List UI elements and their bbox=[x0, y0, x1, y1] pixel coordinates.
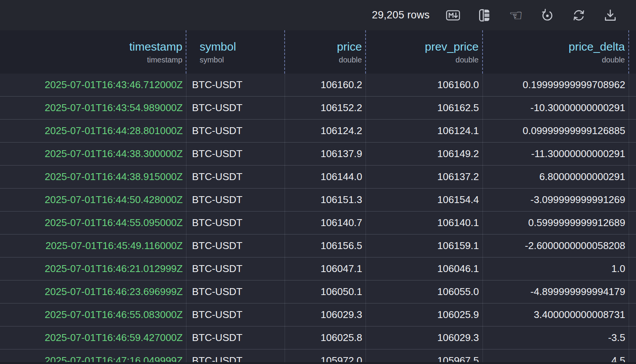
table-row: 2025-07-01T16:46:21.012999Z BTC-USDT 106… bbox=[0, 257, 636, 280]
column-type: double bbox=[288, 55, 362, 64]
row-filler bbox=[629, 166, 636, 188]
cell-timestamp[interactable]: 2025-07-01T16:43:54.989000Z bbox=[0, 97, 186, 119]
cell-prev_price[interactable]: 106124.1 bbox=[366, 120, 483, 142]
cell-prev_price[interactable]: 106162.5 bbox=[366, 97, 483, 119]
markdown-copy-button[interactable] bbox=[445, 7, 461, 23]
cell-prev_price[interactable]: 106137.2 bbox=[366, 166, 483, 188]
cell-price_delta[interactable]: 0.19999999999708962 bbox=[483, 74, 629, 96]
cell-timestamp[interactable]: 2025-07-01T16:44:28.801000Z bbox=[0, 120, 186, 142]
cell-timestamp[interactable]: 2025-07-01T16:46:21.012999Z bbox=[0, 257, 186, 280]
cell-price_delta[interactable]: -3.099999999991269 bbox=[483, 189, 629, 211]
cell-symbol[interactable]: BTC-USDT bbox=[186, 189, 285, 211]
row-filler bbox=[629, 349, 636, 362]
table-row: 2025-07-01T16:46:59.427000Z BTC-USDT 106… bbox=[0, 326, 636, 349]
cell-symbol[interactable]: BTC-USDT bbox=[186, 234, 285, 257]
cell-price_delta[interactable]: 0.09999999999126885 bbox=[483, 120, 629, 142]
cell-timestamp[interactable]: 2025-07-01T16:46:59.427000Z bbox=[0, 326, 186, 349]
column-name: price bbox=[288, 40, 362, 54]
reset-view-button[interactable] bbox=[539, 7, 555, 23]
cell-price[interactable]: 106160.2 bbox=[285, 74, 366, 96]
cell-symbol[interactable]: BTC-USDT bbox=[186, 166, 285, 188]
freeze-columns-button[interactable] bbox=[476, 7, 493, 23]
cell-prev_price[interactable]: 106140.1 bbox=[366, 212, 483, 234]
table-row: 2025-07-01T16:43:46.712000Z BTC-USDT 106… bbox=[0, 74, 636, 97]
cell-prev_price[interactable]: 106154.4 bbox=[366, 189, 483, 211]
column-name: prev_price bbox=[369, 40, 478, 54]
column-header-symbol[interactable]: symbol symbol bbox=[186, 30, 285, 74]
cell-symbol[interactable]: BTC-USDT bbox=[186, 326, 285, 349]
cell-prev_price[interactable]: 105967.5 bbox=[366, 349, 483, 362]
pointing-hand-icon: ☜ bbox=[509, 7, 523, 23]
cell-price_delta[interactable]: 3.400000000008731 bbox=[483, 303, 629, 326]
cell-price[interactable]: 106140.7 bbox=[285, 212, 366, 234]
table-row: 2025-07-01T16:43:54.989000Z BTC-USDT 106… bbox=[0, 97, 636, 120]
cell-price[interactable]: 105972.0 bbox=[285, 349, 366, 362]
cell-price_delta[interactable]: 0.5999999999912689 bbox=[483, 212, 629, 234]
cell-price[interactable]: 106137.9 bbox=[285, 143, 366, 165]
cell-symbol[interactable]: BTC-USDT bbox=[186, 143, 285, 165]
cell-symbol[interactable]: BTC-USDT bbox=[186, 97, 285, 119]
cell-prev_price[interactable]: 106055.0 bbox=[366, 280, 483, 303]
cell-timestamp[interactable]: 2025-07-01T16:44:50.428000Z bbox=[0, 189, 186, 211]
cell-price[interactable]: 106029.3 bbox=[285, 303, 366, 326]
cell-symbol[interactable]: BTC-USDT bbox=[186, 212, 285, 234]
cell-prev_price[interactable]: 106046.1 bbox=[366, 257, 483, 280]
result-grid: 2025-07-01T16:43:46.712000Z BTC-USDT 106… bbox=[0, 74, 636, 362]
table-row: 2025-07-01T16:44:38.300000Z BTC-USDT 106… bbox=[0, 143, 636, 166]
cell-price_delta[interactable]: -2.6000000000058208 bbox=[483, 234, 629, 257]
cell-timestamp[interactable]: 2025-07-01T16:46:55.083000Z bbox=[0, 303, 186, 326]
cell-timestamp[interactable]: 2025-07-01T16:44:38.300000Z bbox=[0, 143, 186, 165]
cell-price[interactable]: 106156.5 bbox=[285, 234, 366, 257]
cell-price[interactable]: 106047.1 bbox=[285, 257, 366, 280]
table-row: 2025-07-01T16:46:23.696999Z BTC-USDT 106… bbox=[0, 280, 636, 303]
cell-timestamp[interactable]: 2025-07-01T16:43:46.712000Z bbox=[0, 74, 186, 96]
column-name: price_delta bbox=[486, 40, 625, 54]
row-filler bbox=[629, 257, 636, 280]
cell-price[interactable]: 106151.3 bbox=[285, 189, 366, 211]
refresh-button[interactable] bbox=[571, 7, 587, 23]
cell-symbol[interactable]: BTC-USDT bbox=[186, 303, 285, 326]
history-rotate-icon bbox=[539, 7, 555, 23]
cell-price_delta[interactable]: -11.30000000000291 bbox=[483, 143, 629, 165]
column-header-price_delta[interactable]: price_delta double bbox=[483, 30, 629, 74]
cell-price[interactable]: 106144.0 bbox=[285, 166, 366, 188]
cell-price[interactable]: 106025.8 bbox=[285, 326, 366, 349]
header-filler bbox=[629, 30, 636, 74]
download-csv-button[interactable] bbox=[602, 7, 618, 23]
cell-price[interactable]: 106124.2 bbox=[285, 120, 366, 142]
column-header-prev_price[interactable]: prev_price double bbox=[366, 30, 483, 74]
cell-symbol[interactable]: BTC-USDT bbox=[186, 120, 285, 142]
cell-timestamp[interactable]: 2025-07-01T16:46:23.696999Z bbox=[0, 280, 186, 303]
cell-timestamp[interactable]: 2025-07-01T16:45:49.116000Z bbox=[0, 234, 186, 257]
row-filler bbox=[629, 212, 636, 234]
cell-prev_price[interactable]: 106159.1 bbox=[366, 234, 483, 257]
cell-timestamp[interactable]: 2025-07-01T16:44:38.915000Z bbox=[0, 166, 186, 188]
cell-prev_price[interactable]: 106025.9 bbox=[366, 303, 483, 326]
cell-price_delta[interactable]: -3.5 bbox=[483, 326, 629, 349]
row-filler bbox=[629, 74, 636, 96]
column-header-price[interactable]: price double bbox=[285, 30, 366, 74]
cell-symbol[interactable]: BTC-USDT bbox=[186, 349, 285, 362]
cell-price_delta[interactable]: -4.899999999994179 bbox=[483, 280, 629, 303]
cell-prev_price[interactable]: 106160.0 bbox=[366, 74, 483, 96]
row-filler bbox=[629, 120, 636, 142]
cell-timestamp[interactable]: 2025-07-01T16:47:16.049999Z bbox=[0, 349, 186, 362]
cell-prev_price[interactable]: 106029.3 bbox=[366, 326, 483, 349]
cell-symbol[interactable]: BTC-USDT bbox=[186, 280, 285, 303]
column-header-timestamp[interactable]: timestamp timestamp bbox=[0, 30, 186, 74]
cell-symbol[interactable]: BTC-USDT bbox=[186, 74, 285, 96]
cell-price_delta[interactable]: 6.80000000000291 bbox=[483, 166, 629, 188]
cell-price[interactable]: 106152.2 bbox=[285, 97, 366, 119]
cell-price_delta[interactable]: 4.5 bbox=[483, 349, 629, 362]
row-filler bbox=[629, 234, 636, 257]
markdown-download-icon bbox=[445, 7, 461, 23]
cell-symbol[interactable]: BTC-USDT bbox=[186, 257, 285, 280]
cell-price_delta[interactable]: -10.30000000000291 bbox=[483, 97, 629, 119]
goto-cursor-button[interactable]: ☜ bbox=[508, 7, 524, 23]
cell-price[interactable]: 106050.1 bbox=[285, 280, 366, 303]
table-row: 2025-07-01T16:44:55.095000Z BTC-USDT 106… bbox=[0, 212, 636, 234]
cell-prev_price[interactable]: 106149.2 bbox=[366, 143, 483, 165]
grid-header: timestamp timestamp symbol symbol price … bbox=[0, 30, 636, 74]
cell-price_delta[interactable]: 1.0 bbox=[483, 257, 629, 280]
cell-timestamp[interactable]: 2025-07-01T16:44:55.095000Z bbox=[0, 212, 186, 234]
